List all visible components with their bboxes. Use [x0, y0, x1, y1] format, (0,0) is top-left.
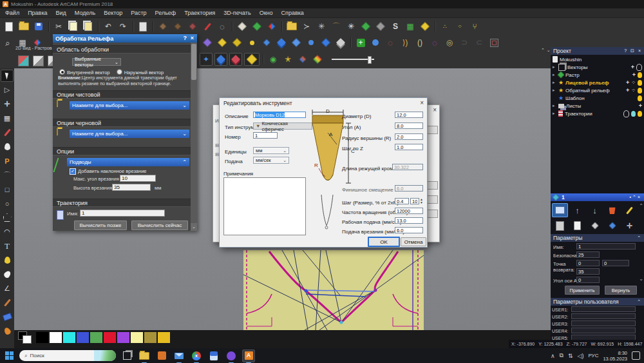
toolpath-name-input[interactable] [80, 210, 165, 217]
notes-icon[interactable] [137, 20, 149, 33]
project-root-item[interactable]: Mokushin [553, 55, 642, 63]
blue-ball-icon[interactable] [369, 36, 382, 49]
knife-tool[interactable] [1, 297, 14, 309]
notes-textarea[interactable] [223, 177, 306, 235]
calculate-later-button[interactable]: Вычислить позже [74, 221, 127, 230]
new-file-icon[interactable] [3, 20, 15, 33]
palette-swatch[interactable] [50, 332, 62, 343]
preview-star-icon[interactable]: ✦ [200, 53, 213, 66]
plunge-height-input[interactable] [112, 184, 151, 191]
copy-icon[interactable] [67, 20, 80, 33]
user4-input[interactable] [571, 328, 636, 333]
dotted-magenta-icon[interactable]: ◌ [428, 36, 441, 49]
magnifier-icon[interactable]: ⌕ [1, 36, 14, 49]
vector-snowflake-icon[interactable]: ✳ [315, 20, 328, 33]
feed-units-select[interactable]: мм/сек⌄ [253, 157, 289, 164]
color-drop-icon[interactable] [296, 53, 309, 66]
relief-gold1-icon[interactable] [216, 36, 229, 49]
user3-input[interactable] [571, 320, 636, 326]
color-palette-icon[interactable] [265, 20, 278, 33]
mail-app-icon[interactable] [173, 349, 185, 362]
user1-input[interactable] [571, 306, 636, 312]
notification-center-icon[interactable] [632, 351, 640, 360]
menu-raster[interactable]: Растр [131, 10, 146, 16]
display-tray-icon[interactable]: ⧉ [560, 352, 564, 359]
edit-relief-icon[interactable] [236, 20, 249, 33]
menu-model[interactable]: Модель [75, 10, 95, 16]
menu-window[interactable]: Окно [260, 10, 273, 16]
tree-item-back-relief[interactable]: ▸ ★ Обратный рельеф + ⁘ [553, 86, 642, 94]
red-layers-icon[interactable] [229, 53, 242, 66]
back-dialog-button[interactable] [426, 195, 438, 204]
redo-icon[interactable]: ↷ [117, 20, 129, 33]
calculator-icon[interactable] [552, 219, 568, 233]
model-tiles-icon[interactable] [186, 20, 199, 33]
view-tab-label[interactable]: 2D Вид - Растровый [15, 46, 52, 50]
back-dialog-close-icon[interactable]: × [433, 106, 437, 113]
parens-icon[interactable]: () [413, 36, 426, 49]
relief-gold2-icon[interactable] [231, 36, 243, 49]
user2-input[interactable] [571, 313, 636, 319]
panel-close-button[interactable]: × [191, 35, 194, 41]
cut-icon[interactable]: ✂ [52, 20, 65, 33]
rainbow-relief-icon[interactable] [311, 53, 324, 66]
visibility-bulb-icon[interactable] [638, 111, 642, 117]
tray-expand-icon[interactable]: ∧ [551, 353, 555, 359]
add-icon[interactable]: + [631, 64, 634, 70]
rough-tool-select[interactable]: Нажмите для выбора...⌄ [70, 130, 189, 138]
blue-flat-icon[interactable] [260, 36, 273, 49]
calculate-now-button[interactable]: Вычислить сейчас [131, 221, 188, 230]
select-tool[interactable] [1, 70, 14, 82]
project-panel-header[interactable]: Проект ? ⊡ × [551, 47, 644, 55]
dotted-red-icon[interactable]: ◌ [384, 36, 397, 49]
menu-vector[interactable]: Вектор [104, 10, 122, 16]
taskbar-clock[interactable]: 8:30 13.05.2023 [603, 350, 627, 362]
grid-icon[interactable]: ⁘ [631, 80, 636, 86]
plunge-rate-input[interactable] [395, 227, 423, 233]
green-relief-icon[interactable] [251, 20, 263, 33]
palette-swatch[interactable] [63, 332, 75, 343]
transform-toolpath-icon[interactable]: ✛ [621, 219, 638, 233]
scrollbar-thumb[interactable] [191, 44, 196, 80]
palette-swatch[interactable] [131, 332, 143, 343]
menu-3dprint[interactable]: 3D-печать [223, 10, 251, 16]
leads-header[interactable]: Подводы⌃ [67, 158, 189, 166]
front-view-icon[interactable] [32, 54, 44, 67]
safe-z-input[interactable] [576, 251, 600, 258]
task-view-button[interactable] [120, 349, 133, 362]
vector-source-combo[interactable]: Выбранные векторы⌄ [72, 58, 121, 66]
relief-purple-icon[interactable] [201, 36, 214, 49]
smudge-tool[interactable] [1, 325, 14, 337]
home-z-input[interactable] [576, 268, 600, 275]
visibility-bulb-icon[interactable] [638, 80, 642, 86]
toolpath-panel-header[interactable]: 1 ▪⌃× [551, 193, 644, 201]
text-tool[interactable]: T [1, 240, 14, 252]
star-magnifier-icon[interactable]: ✭ [281, 53, 294, 66]
finish-tool-select[interactable]: Нажмите для выбора...⌄ [70, 101, 189, 110]
texture-tile-icon[interactable]: S [389, 20, 402, 33]
tree-item-toolpaths[interactable]: ▸ Траектории [553, 110, 642, 117]
angle-input[interactable] [395, 123, 423, 129]
visibility-bulb-icon[interactable] [631, 111, 636, 117]
blue-plane-icon[interactable] [290, 36, 303, 49]
blue-stack-icon[interactable] [275, 36, 288, 49]
delete-toolpath-icon[interactable] [604, 203, 620, 217]
palette-swatch[interactable] [117, 332, 129, 343]
calculator-app-icon[interactable] [207, 349, 220, 362]
rpm-input[interactable] [395, 208, 423, 214]
parameters-header[interactable]: Параметры⌃ [551, 234, 644, 242]
menu-edit[interactable]: Правка [28, 10, 47, 16]
add-icon[interactable]: + [626, 79, 629, 86]
eraser-tool[interactable] [1, 311, 14, 323]
project-close-icon[interactable]: × [638, 48, 642, 53]
measure-tool[interactable]: Ρ [1, 155, 14, 167]
volume-tray-icon[interactable]: ◁) [578, 353, 584, 359]
vector-arrow-icon[interactable]: ≻ [300, 20, 313, 33]
palette-swatch[interactable] [104, 332, 116, 343]
dot-cloud-icon[interactable]: ⁘ [453, 20, 466, 33]
home-x-input[interactable] [576, 260, 600, 266]
save-icon[interactable] [32, 20, 45, 33]
tree-item-front-relief[interactable]: ▸ ★ Лицевой рельеф + ⁘ [553, 79, 642, 86]
edit-toolpath-icon[interactable] [621, 203, 638, 217]
grid-icon[interactable]: ⁘ [631, 88, 636, 93]
